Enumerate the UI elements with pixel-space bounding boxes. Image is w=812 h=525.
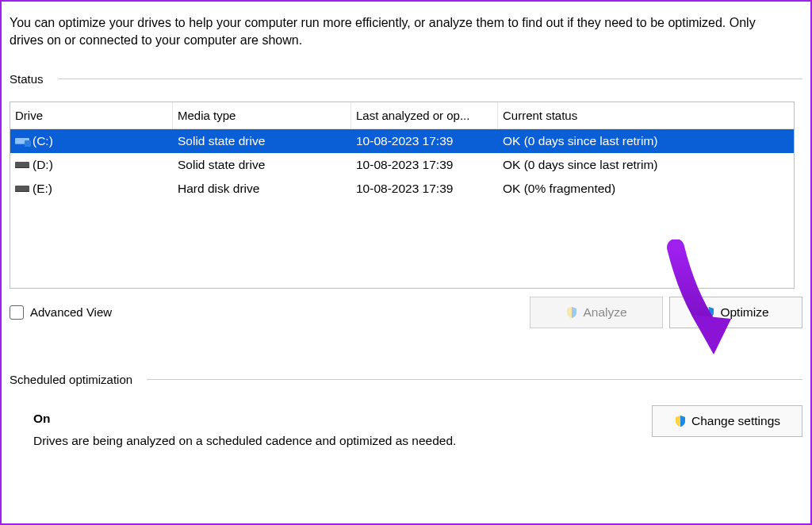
status-section-text: Status (10, 72, 44, 86)
drive-last: 10-08-2023 17:39 (351, 134, 498, 148)
drive-icon (15, 160, 29, 170)
optimize-button[interactable]: Optimize (669, 297, 802, 328)
shield-icon (703, 306, 715, 319)
scheduled-state: On (33, 412, 652, 426)
drive-icon (15, 136, 29, 146)
table-row[interactable]: (E:)Hard disk drive10-08-2023 17:39OK (0… (10, 177, 794, 201)
drive-icon (15, 184, 29, 194)
drive-name: (E:) (33, 182, 52, 196)
drive-name: (C:) (33, 134, 53, 148)
advanced-view-checkbox[interactable]: Advanced View (10, 305, 112, 320)
drive-status: OK (0 days since last retrim) (498, 158, 794, 172)
checkbox-box[interactable] (10, 305, 24, 320)
drive-table-body: (C:)Solid state drive10-08-2023 17:39OK … (10, 129, 794, 288)
change-settings-button[interactable]: Change settings (652, 405, 802, 437)
analyze-button[interactable]: Analyze (530, 297, 663, 328)
optimize-label: Optimize (720, 305, 768, 320)
drive-name: (D:) (33, 158, 53, 172)
table-row[interactable]: (C:)Solid state drive10-08-2023 17:39OK … (10, 129, 794, 153)
status-section-label: Status (10, 72, 802, 86)
drive-name-cell: (E:) (10, 182, 173, 196)
section-rule (58, 79, 802, 79)
col-last[interactable]: Last analyzed or op... (351, 102, 498, 128)
advanced-view-label: Advanced View (30, 305, 112, 319)
drive-status: OK (0% fragmented) (498, 182, 794, 196)
drive-status: OK (0 days since last retrim) (498, 134, 794, 148)
drive-name-cell: (D:) (10, 158, 173, 172)
col-status[interactable]: Current status (498, 102, 794, 128)
table-row[interactable]: (D:)Solid state drive10-08-2023 17:39OK … (10, 153, 794, 177)
scheduled-section-text: Scheduled optimization (10, 373, 132, 386)
drive-last: 10-08-2023 17:39 (351, 182, 498, 196)
section-rule (147, 379, 802, 380)
scheduled-section: Scheduled optimization On Drives are bei… (10, 373, 802, 448)
drive-media: Solid state drive (173, 134, 351, 148)
intro-text: You can optimize your drives to help you… (10, 14, 787, 50)
drive-table-header: Drive Media type Last analyzed or op... … (10, 102, 794, 129)
scheduled-section-label: Scheduled optimization (10, 373, 802, 386)
col-media[interactable]: Media type (173, 102, 351, 128)
shield-icon (565, 306, 578, 319)
drive-name-cell: (C:) (10, 134, 173, 148)
col-drive[interactable]: Drive (10, 102, 173, 128)
drive-media: Solid state drive (173, 158, 351, 172)
shield-icon (674, 415, 687, 427)
drive-media: Hard disk drive (173, 182, 351, 196)
change-settings-label: Change settings (691, 414, 780, 428)
drive-last: 10-08-2023 17:39 (351, 158, 498, 172)
drive-table: Drive Media type Last analyzed or op... … (10, 102, 795, 289)
analyze-label: Analyze (583, 305, 626, 320)
scheduled-description: Drives are being analyzed on a scheduled… (33, 434, 652, 448)
controls-row: Advanced View Analyze Optimize (10, 297, 802, 328)
